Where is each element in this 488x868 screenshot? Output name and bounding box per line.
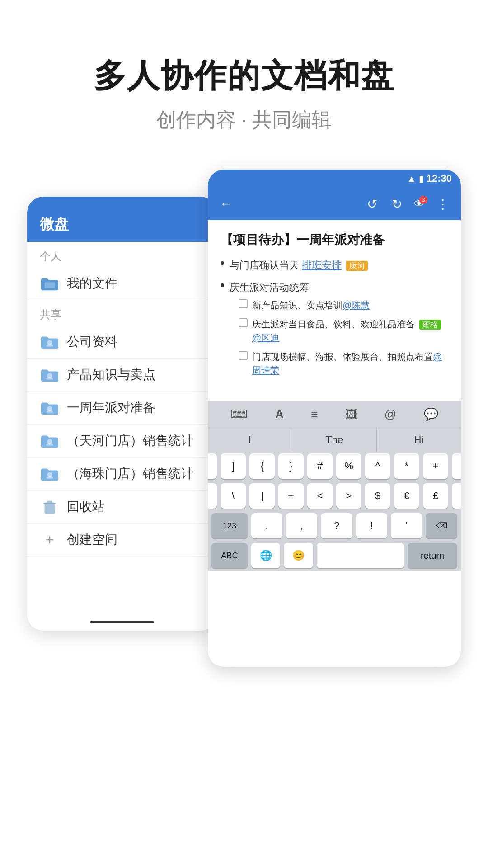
phone-right: ▲ ▮ 12:30 ← ↺ ↻ 👁 3 ⋮ 【项目待办】一周年派对准备 — [208, 170, 461, 667]
bullet-2-text: 庆生派对活动统筹 — [230, 280, 448, 295]
key-abc[interactable]: ABC — [211, 543, 248, 568]
keyboard-body: [ ] { } # % ^ * + = _ \ | ~ < > $ € — [208, 451, 461, 571]
doc-title-text: 【项目待办】一周年派对准备 — [221, 233, 385, 247]
key-percent[interactable]: % — [336, 453, 361, 479]
key-tilde[interactable]: ~ — [278, 483, 304, 509]
key-backslash[interactable]: \ — [221, 483, 246, 509]
key-pipe[interactable]: | — [249, 483, 275, 509]
bullet-item-2: 庆生派对活动统筹 新产品知识、卖点培训@陈慧 庆生派对当日食品、饮料、欢迎礼品准… — [221, 280, 448, 382]
key-plus[interactable]: + — [423, 453, 448, 479]
sidebar-item-anniversary[interactable]: 一周年派对准备 — [27, 392, 217, 425]
weipan-title: 微盘 — [40, 215, 69, 235]
key-hash[interactable]: # — [307, 453, 333, 479]
product-folder-icon — [40, 365, 60, 385]
svg-rect-6 — [45, 503, 55, 514]
key-brace-close[interactable]: } — [278, 453, 304, 479]
signal-icon: ▲ — [407, 174, 416, 184]
sidebar-item-tianhe[interactable]: （天河门店）销售统计 — [27, 425, 217, 458]
key-less[interactable]: < — [307, 483, 333, 509]
key-bracket-open[interactable]: [ — [208, 453, 217, 479]
bullet-dot-2 — [221, 283, 224, 287]
bullet-1-content: 与门店确认当天 排班安排 康河 — [230, 258, 368, 273]
keyboard-icon[interactable]: ⌨ — [227, 404, 251, 425]
key-delete[interactable]: ⌫ — [426, 513, 457, 538]
product-label: 产品知识与卖点 — [67, 366, 155, 383]
checkbox-1[interactable] — [239, 299, 248, 308]
share-icon[interactable]: 💬 — [420, 404, 442, 425]
key-euro[interactable]: € — [394, 483, 419, 509]
key-middot[interactable]: · — [452, 483, 461, 509]
viewers-badge: 3 — [419, 196, 427, 204]
phones-container: 微盘 个人 我的文件 共享 公司资料 — [27, 170, 461, 748]
sidebar-item-haizhu[interactable]: （海珠门店）销售统计 — [27, 458, 217, 491]
key-pound[interactable]: £ — [423, 483, 448, 509]
suggestion-i[interactable]: I — [208, 428, 292, 451]
key-globe[interactable]: 🌐 — [251, 543, 280, 568]
key-bracket-close[interactable]: ] — [221, 453, 246, 479]
key-123[interactable]: 123 — [211, 513, 248, 538]
key-apostrophe[interactable]: ' — [391, 513, 422, 538]
key-period[interactable]: . — [251, 513, 282, 538]
suggestion-hi[interactable]: Hi — [377, 428, 461, 451]
suggestion-the[interactable]: The — [292, 428, 377, 451]
myfiles-icon — [40, 274, 60, 293]
key-caret[interactable]: ^ — [365, 453, 390, 479]
checkbox-item-1: 新产品知识、卖点培训@陈慧 — [239, 298, 448, 312]
key-space[interactable] — [317, 543, 404, 568]
hero-section: 多人协作的文档和盘 创作内容 · 共同编辑 — [94, 54, 394, 133]
checkbox-1-text: 新产品知识、卖点培训@陈慧 — [252, 298, 370, 312]
section-personal-label: 个人 — [27, 242, 217, 267]
phone-left: 微盘 个人 我的文件 共享 公司资料 — [27, 197, 217, 631]
viewers-button[interactable]: 👁 3 — [414, 198, 425, 210]
section-shared-label: 共享 — [27, 300, 217, 326]
key-brace-open[interactable]: { — [249, 453, 275, 479]
checkbox-2[interactable] — [239, 318, 248, 327]
mention-qudi: @区迪 — [252, 333, 279, 343]
key-asterisk[interactable]: * — [394, 453, 419, 479]
keyboard-toolbar: ⌨ A ≡ 🖼 @ 💬 — [208, 401, 461, 428]
undo-button[interactable]: ↺ — [364, 194, 380, 214]
hero-subtitle: 创作内容 · 共同编辑 — [94, 107, 394, 133]
tianhe-label: （天河门店）销售统计 — [67, 432, 193, 449]
sidebar-item-myfiles[interactable]: 我的文件 — [27, 267, 217, 300]
status-icons: ▲ ▮ 12:30 — [407, 173, 452, 184]
key-question[interactable]: ? — [321, 513, 352, 538]
key-comma[interactable]: , — [286, 513, 317, 538]
key-greater[interactable]: > — [336, 483, 361, 509]
sidebar-item-trash[interactable]: 回收站 — [27, 491, 217, 524]
format-text-icon[interactable]: A — [272, 404, 287, 425]
mention-zhourong: @周瑾荣 — [252, 352, 442, 375]
checkbox-3[interactable] — [239, 351, 248, 360]
image-icon[interactable]: 🖼 — [342, 404, 361, 425]
doc-toolbar: ← ↺ ↻ 👁 3 ⋮ — [208, 188, 461, 220]
key-dollar[interactable]: $ — [365, 483, 390, 509]
key-equals[interactable]: = — [452, 453, 461, 479]
anniversary-folder-icon — [40, 398, 60, 418]
home-indicator — [90, 621, 154, 623]
mention-icon[interactable]: @ — [381, 404, 400, 425]
svg-rect-0 — [45, 282, 55, 288]
redo-button[interactable]: ↻ — [389, 194, 405, 214]
bullet-dot-1 — [221, 261, 224, 265]
back-button[interactable]: ← — [217, 194, 235, 214]
checkbox-3-text: 门店现场横幅、海报、体验展台、拍照点布置@周瑾荣 — [252, 350, 448, 377]
keyboard-suggestions: I The Hi — [208, 428, 461, 451]
wifi-icon: ▮ — [419, 173, 424, 184]
checkbox-item-3: 门店现场横幅、海报、体验展台、拍照点布置@周瑾荣 — [239, 350, 448, 377]
left-header: 微盘 — [27, 197, 217, 242]
key-return[interactable]: return — [408, 543, 457, 568]
checkbox-item-2: 庆生派对当日食品、饮料、欢迎礼品准备 蜜格 @区迪 — [239, 317, 448, 344]
more-button[interactable]: ⋮ — [434, 194, 452, 214]
list-icon[interactable]: ≡ — [307, 404, 321, 425]
mention-chenhui: @陈慧 — [343, 300, 370, 310]
key-underscore[interactable]: _ — [208, 483, 217, 509]
trash-icon — [40, 497, 60, 517]
sidebar-item-product[interactable]: 产品知识与卖点 — [27, 359, 217, 392]
kanghe-badge: 康河 — [346, 261, 368, 271]
key-emoji[interactable]: 😊 — [284, 543, 313, 568]
key-exclaim[interactable]: ! — [356, 513, 387, 538]
trash-label: 回收站 — [67, 498, 105, 515]
hero-title: 多人协作的文档和盘 — [94, 54, 394, 98]
sidebar-item-company[interactable]: 公司资料 — [27, 326, 217, 359]
sidebar-item-create[interactable]: + 创建空间 — [27, 524, 217, 557]
